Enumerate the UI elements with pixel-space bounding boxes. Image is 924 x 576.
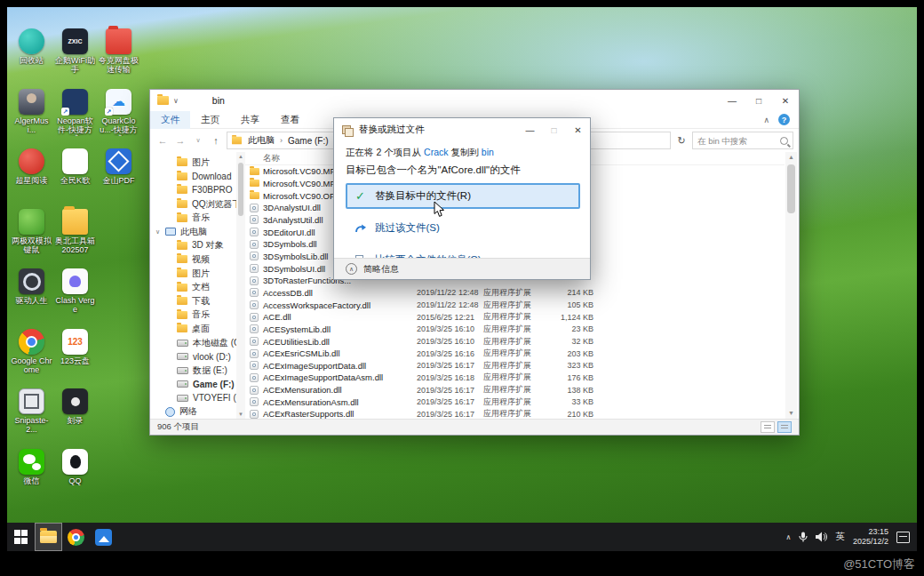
- desktop-icon-algermusic[interactable]: AlgerMusi...: [11, 89, 52, 135]
- desktop-icon-wechat[interactable]: 微信: [11, 449, 52, 485]
- file-row[interactable]: ACExMensurationAsm.dll2019/3/25 16:17应用程…: [245, 396, 785, 408]
- desktop-icon-chrome[interactable]: Google Chrome: [11, 329, 52, 375]
- clock[interactable]: 23:15 2025/12/2: [853, 527, 888, 548]
- help-icon[interactable]: ?: [778, 114, 790, 125]
- maximize-button[interactable]: □: [745, 90, 772, 111]
- scroll-up-icon[interactable]: ▲: [236, 152, 245, 161]
- sidebar-item-disk-c[interactable]: 本地磁盘 (C:): [150, 336, 236, 350]
- tab-file[interactable]: 文件: [150, 111, 190, 129]
- taskbar-explorer-button[interactable]: [35, 523, 62, 551]
- desktop-icon-qudong[interactable]: 驱动人生: [11, 268, 52, 305]
- dest-folder-link[interactable]: bin: [482, 147, 494, 157]
- desktop-icon-zxic-wifi[interactable]: ZXIC企鹅WiFi助手: [54, 28, 96, 75]
- dialog-titlebar: 替换或跳过文件 — □ ✕: [334, 118, 590, 141]
- scroll-up-icon[interactable]: ▲: [785, 152, 797, 163]
- desktop-icon-cloud123[interactable]: 123123云盘: [54, 329, 96, 365]
- sidebar-item-data-e[interactable]: 数据 (E:): [150, 364, 236, 378]
- desktop-icon-kge[interactable]: 全民K歌: [54, 148, 96, 185]
- search-input[interactable]: [697, 136, 780, 146]
- input-language[interactable]: 英: [835, 531, 845, 543]
- desktop-icon-snipaste[interactable]: Snipaste-2...: [11, 388, 52, 435]
- sidebar-item-pics-pin[interactable]: 图片: [150, 156, 236, 170]
- search-box[interactable]: [692, 132, 793, 149]
- sidebar-item-f30bpro[interactable]: F30BPRO: [150, 183, 236, 197]
- back-icon[interactable]: ←: [155, 135, 170, 146]
- sidebar-item-pictures[interactable]: 图片: [150, 267, 236, 281]
- sidebar-item-objects-3d[interactable]: 3D 对象: [150, 239, 236, 253]
- qat-chevron-icon[interactable]: ∨: [173, 97, 179, 105]
- file-row[interactable]: ACE.dll2015/6/25 12:21应用程序扩展1,124 KB: [245, 311, 785, 324]
- desktop-icon-kingsoft[interactable]: 金山PDF: [98, 148, 139, 185]
- sidebar-item-vlook-d[interactable]: vlook (D:): [150, 349, 236, 364]
- tab-share[interactable]: 共享: [230, 111, 270, 129]
- forward-icon[interactable]: →: [173, 135, 187, 146]
- dialog-option-skip[interactable]: 跳过该文件(S): [346, 215, 580, 241]
- sidebar-item-network[interactable]: 网络: [150, 405, 236, 419]
- sidebar-item-label: 下载: [192, 295, 210, 308]
- desktop-icon-quarkcloud[interactable]: ☁QuarkClou...-快捷方式: [98, 89, 139, 136]
- breadcrumb-item[interactable]: 此电脑: [246, 134, 276, 147]
- file-row[interactable]: AccessDB.dll2019/11/22 12:48应用程序扩展214 KB: [245, 287, 785, 300]
- file-row[interactable]: ACExRasterSupports.dll2019/3/25 16:17应用程…: [245, 408, 785, 419]
- sidebar-item-game-f[interactable]: Game (F:): [150, 378, 236, 392]
- scrollbar-thumb[interactable]: [238, 163, 243, 216]
- desktop-icon-qq[interactable]: QQ: [54, 449, 96, 485]
- action-center-icon[interactable]: [896, 532, 910, 543]
- ribbon-collapse-icon[interactable]: ∧: [763, 116, 769, 124]
- sidebar-item-videos[interactable]: 视频: [150, 252, 236, 267]
- file-row[interactable]: ACExMensuration.dll2019/3/25 16:17应用程序扩展…: [245, 384, 785, 396]
- dialog-option-replace[interactable]: ✓替换目标中的文件(R): [346, 183, 580, 209]
- speaker-icon[interactable]: [816, 532, 827, 542]
- desktop-icon-neopan[interactable]: Neopan软件-快捷方式: [54, 89, 96, 136]
- sidebar-item-music[interactable]: 音乐: [150, 308, 236, 323]
- scroll-down-icon[interactable]: ▼: [785, 408, 797, 419]
- view-thumbnails-button[interactable]: [777, 421, 792, 433]
- view-details-button[interactable]: [761, 421, 775, 433]
- scroll-down-icon[interactable]: ▼: [236, 410, 245, 419]
- tray-overflow-icon[interactable]: ∧: [786, 533, 792, 541]
- chevron-down-icon[interactable]: ∨: [155, 228, 160, 236]
- file-row[interactable]: ACESystemLib.dll2019/3/25 16:10应用程序扩展23 …: [245, 324, 785, 336]
- recent-dropdown-icon[interactable]: ∨: [191, 137, 205, 144]
- file-row[interactable]: ACExImageSupportData.dll2019/3/25 16:17应…: [245, 360, 785, 372]
- scrollbar-thumb[interactable]: [787, 164, 795, 213]
- sidebar-item-vtoyefi-g[interactable]: VTOYEFI (G:): [150, 391, 236, 405]
- close-button[interactable]: ✕: [772, 90, 799, 111]
- up-icon[interactable]: ↑: [209, 135, 223, 146]
- sidebar-item-downloads[interactable]: 下载: [150, 294, 236, 308]
- file-row[interactable]: ACExImageSupportDataAsm.dll2019/3/25 16:…: [245, 372, 785, 384]
- desktop-icon-kelu[interactable]: 刻录: [54, 388, 96, 425]
- refresh-icon[interactable]: ↻: [674, 135, 689, 147]
- sidebar-scrollbar[interactable]: ▲ ▼: [236, 152, 245, 419]
- tab-home[interactable]: 主页: [190, 111, 230, 129]
- taskbar-photos-button[interactable]: [90, 523, 117, 551]
- column-header-name[interactable]: 名称: [263, 153, 280, 164]
- dialog-close-button[interactable]: ✕: [566, 118, 590, 141]
- source-folder-link[interactable]: Crack: [424, 147, 448, 157]
- minimize-button[interactable]: —: [719, 90, 745, 111]
- sidebar-item-music-pin[interactable]: 音乐: [150, 211, 236, 225]
- tab-view[interactable]: 查看: [270, 111, 310, 129]
- file-row[interactable]: ACEUtilitiesLib.dll2019/3/25 16:10应用程序扩展…: [245, 335, 785, 348]
- file-row[interactable]: ACExEsriCSMLib.dll2019/3/25 16:16应用程序扩展2…: [245, 348, 785, 360]
- sidebar-item-documents[interactable]: 文档: [150, 280, 236, 294]
- desktop-icon-aobei-folder[interactable]: 奥北工具箱 202507: [54, 209, 96, 255]
- sidebar-item-this-pc[interactable]: ∨此电脑: [150, 225, 236, 239]
- desktop-icon-quark-folder[interactable]: 夸克网盘极速传输: [98, 28, 139, 75]
- desktop-icon-keymouse[interactable]: 两极双模拟键鼠: [11, 209, 52, 255]
- taskbar-start-button[interactable]: [7, 523, 35, 551]
- desktop-icon-clash-verge[interactable]: Clash Verge: [54, 268, 96, 315]
- microphone-icon[interactable]: [799, 532, 808, 542]
- breadcrumb-item[interactable]: Game (F:): [286, 136, 331, 146]
- desktop-icon-recycle[interactable]: 回收站: [11, 28, 52, 65]
- sidebar-item-download-pin[interactable]: Download: [150, 170, 236, 184]
- file-row[interactable]: AccessWorkspaceFactory.dll2019/11/22 12:…: [245, 299, 785, 311]
- sidebar-item-desktop[interactable]: 桌面: [150, 322, 236, 336]
- desktop-icon-chaoxing[interactable]: 超星阅读: [11, 148, 52, 185]
- dialog-minimize-button[interactable]: —: [518, 118, 542, 141]
- filelist-scrollbar[interactable]: ▲ ▼: [785, 152, 797, 419]
- details-toggle-icon[interactable]: ∧: [346, 263, 357, 275]
- taskbar-chrome-button[interactable]: [62, 523, 90, 551]
- dialog-footer[interactable]: ∧ 简略信息: [334, 258, 590, 279]
- sidebar-item-qq-browser[interactable]: QQ浏览器下载v3.5: [150, 197, 236, 212]
